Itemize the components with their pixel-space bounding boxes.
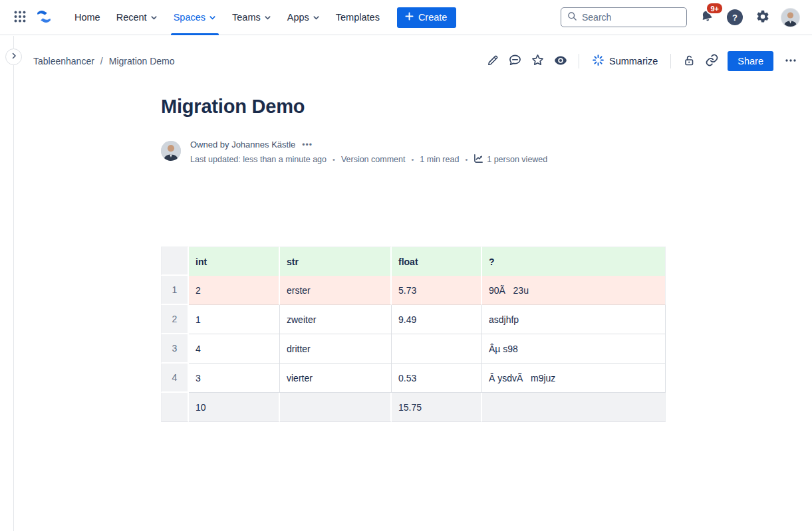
copy-link-button[interactable] — [701, 51, 722, 72]
column-header-float[interactable]: float — [392, 247, 482, 276]
byline-owner-row: Owned by Johannes Kästle ••• — [190, 140, 547, 150]
toolbar-divider — [579, 54, 579, 68]
app-grid-icon — [13, 10, 27, 25]
app-switcher-button[interactable] — [9, 7, 31, 28]
breadcrumb: Tableenhancer / Migration Demo — [33, 56, 175, 66]
nav-teams-label: Teams — [232, 12, 261, 23]
ellipsis-icon — [784, 54, 797, 69]
chevron-down-icon — [264, 14, 271, 21]
nav-recent[interactable]: Recent — [108, 0, 166, 35]
nav-templates-label: Templates — [336, 12, 380, 23]
profile-button[interactable] — [780, 7, 800, 28]
table-cell[interactable]: 4 — [189, 334, 280, 364]
table-cell[interactable] — [392, 334, 482, 364]
notifications-button[interactable]: 9+ — [696, 7, 718, 28]
byline-more-button[interactable]: ••• — [301, 140, 314, 150]
gear-icon — [755, 9, 770, 26]
table-cell[interactable]: Â ysdvÃ m9juz — [482, 364, 666, 393]
table-cell[interactable]: zweiter — [280, 305, 392, 334]
table-footer-cell[interactable] — [280, 393, 392, 422]
search-input[interactable] — [582, 12, 680, 23]
owned-by-text[interactable]: Owned by Johannes Kästle — [190, 140, 295, 150]
watch-button[interactable] — [550, 51, 571, 72]
chevron-right-icon — [10, 52, 18, 62]
content-table-wrapper: int str float ? 1 2 erster 5.73 90Ã 23u … — [161, 247, 666, 422]
table-footer-cell[interactable]: 10 — [189, 393, 280, 422]
table-cell[interactable]: 5.73 — [392, 276, 482, 305]
nav-recent-label: Recent — [116, 12, 147, 23]
column-header-q[interactable]: ? — [482, 247, 666, 276]
row-number-cell: 4 — [161, 364, 189, 393]
last-updated-text[interactable]: Last updated: less than a minute ago — [190, 155, 327, 164]
meta-separator: • — [411, 156, 414, 163]
meta-separator: • — [333, 156, 335, 163]
nav-teams[interactable]: Teams — [224, 0, 279, 35]
star-button[interactable] — [527, 51, 549, 72]
nav-templates[interactable]: Templates — [328, 0, 388, 35]
views-count-text: 1 person viewed — [487, 155, 547, 164]
notification-badge: 9+ — [706, 2, 724, 15]
views-analytics-link[interactable]: 1 person viewed — [474, 154, 547, 165]
comment-button[interactable] — [505, 51, 526, 72]
edit-button[interactable] — [482, 51, 503, 72]
nav-spaces[interactable]: Spaces — [166, 0, 224, 35]
table-cell[interactable]: erster — [280, 276, 392, 305]
page-content: Migration Demo Owned by Johannes Kästle … — [161, 96, 666, 422]
create-button-label: Create — [418, 12, 448, 23]
column-header-str[interactable]: str — [280, 247, 392, 276]
table-footer-cell[interactable]: 15.75 — [392, 393, 482, 422]
breadcrumb-page-link[interactable]: Migration Demo — [109, 56, 175, 66]
nav-apps-label: Apps — [287, 12, 309, 23]
table-footer-cell[interactable] — [482, 393, 666, 422]
table-cell[interactable]: asdjhfp — [482, 305, 666, 334]
summarize-button[interactable]: Summarize — [587, 50, 663, 72]
page-header-bar: Tableenhancer / Migration Demo Summarize… — [0, 46, 812, 76]
topbar-icon-group: 9+ ? — [696, 7, 800, 28]
owner-avatar[interactable] — [161, 141, 181, 161]
table-cell[interactable]: 1 — [189, 305, 280, 334]
table-cell[interactable]: dritter — [280, 334, 392, 364]
plus-icon — [405, 12, 414, 23]
confluence-logo-icon — [35, 8, 53, 27]
help-button[interactable]: ? — [724, 7, 745, 28]
table-cell[interactable]: Âµ s98 — [482, 334, 666, 364]
share-button[interactable]: Share — [728, 51, 773, 71]
create-button[interactable]: Create — [397, 7, 457, 28]
top-navigation-bar: Home Recent Spaces Teams Apps Templates … — [0, 0, 812, 35]
table-row: 2 1 zweiter 9.49 asdjhfp — [161, 305, 666, 334]
byline-text: Owned by Johannes Kästle ••• Last update… — [190, 140, 547, 165]
page-title: Migration Demo — [161, 96, 666, 118]
settings-button[interactable] — [752, 7, 773, 28]
search-box[interactable] — [561, 7, 687, 27]
table-cell[interactable]: 90Ã 23u — [482, 276, 666, 305]
toolbar-divider — [670, 54, 671, 68]
eye-icon — [553, 53, 568, 70]
link-icon — [705, 53, 719, 69]
restrictions-button[interactable] — [678, 51, 700, 72]
data-table: int str float ? 1 2 erster 5.73 90Ã 23u … — [161, 247, 666, 422]
sidebar-expand-button[interactable] — [5, 49, 22, 65]
comment-icon — [508, 53, 522, 69]
nav-home[interactable]: Home — [67, 0, 108, 35]
table-cell[interactable]: 3 — [189, 364, 280, 393]
summarize-label: Summarize — [609, 56, 658, 66]
byline: Owned by Johannes Kästle ••• Last update… — [161, 140, 666, 165]
table-cell[interactable]: vierter — [280, 364, 392, 393]
pencil-icon — [486, 54, 499, 69]
more-actions-button[interactable] — [780, 51, 801, 72]
version-comment-link[interactable]: Version comment — [341, 155, 406, 164]
table-row: 4 3 vierter 0.53 Â ysdvÃ m9juz — [161, 364, 666, 393]
row-number-cell: 1 — [161, 276, 189, 305]
confluence-home-button[interactable] — [33, 7, 55, 28]
table-cell[interactable]: 9.49 — [392, 305, 482, 334]
row-number-cell: 3 — [161, 334, 189, 364]
table-cell[interactable]: 0.53 — [392, 364, 482, 393]
breadcrumb-space-link[interactable]: Tableenhancer — [33, 56, 94, 66]
table-cell[interactable]: 2 — [189, 276, 280, 305]
star-icon — [531, 53, 545, 69]
search-icon — [567, 11, 577, 24]
column-header-int[interactable]: int — [189, 247, 280, 276]
byline-meta-row: Last updated: less than a minute ago • V… — [190, 154, 547, 165]
nav-apps[interactable]: Apps — [279, 0, 328, 35]
analytics-trend-icon — [474, 154, 483, 165]
